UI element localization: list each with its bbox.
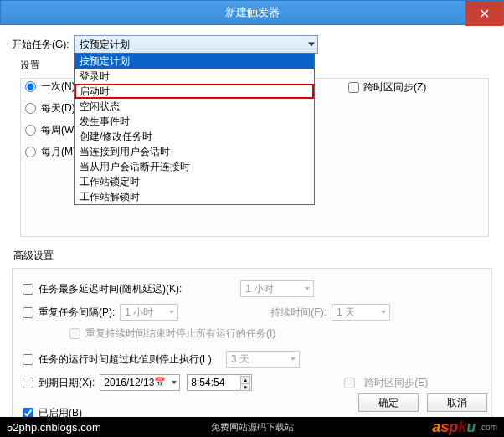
radio-weekly-label: 每周(W) — [41, 123, 77, 137]
dropdown-item[interactable]: 工作站锁定时 — [75, 174, 314, 189]
ok-button[interactable]: 确定 — [358, 393, 419, 412]
chevron-down-icon — [172, 381, 177, 384]
dropdown-item[interactable]: 启动时 — [75, 84, 314, 99]
radio-daily-input[interactable] — [25, 103, 36, 114]
radio-once-label: 一次(N) — [41, 80, 75, 94]
stop-at-end-checkbox — [69, 328, 80, 339]
dropdown-item[interactable]: 工作站解锁时 — [75, 189, 314, 204]
dropdown-item[interactable]: 创建/修改任务时 — [75, 129, 314, 144]
spinner-icon[interactable]: ▲▼ — [240, 376, 250, 391]
expire-sync-label: 跨时区同步(E) — [364, 376, 428, 390]
dropdown-item[interactable]: 当从用户会话断开连接时 — [75, 159, 314, 174]
chevron-down-icon — [305, 287, 310, 290]
delay-label: 任务最多延迟时间(随机延迟)(K): — [39, 282, 182, 296]
radio-once-input[interactable] — [25, 81, 36, 92]
repeat-checkbox[interactable] — [23, 307, 33, 318]
dropdown-item[interactable]: 发生事件时 — [75, 114, 314, 129]
window-title: 新建触发器 — [225, 5, 280, 20]
chevron-down-icon — [308, 43, 315, 47]
dropdown-selected: 按预定计划 — [80, 38, 130, 52]
sync-tz-label: 跨时区同步(Z) — [363, 80, 426, 95]
expire-time-field[interactable]: 8:54:54▲▼ — [187, 374, 252, 391]
stop-end-label: 重复持续时间结束时停止所有运行的任务(I) — [85, 326, 275, 341]
radio-monthly-label: 每月(M) — [41, 145, 76, 159]
expire-label: 到期日期(X): — [39, 376, 95, 390]
close-icon: ✕ — [479, 6, 490, 22]
repeat-label: 重复任务间隔(P): — [39, 306, 115, 320]
dropdown-item[interactable]: 空闲状态 — [75, 99, 314, 114]
radio-weekly[interactable]: 每周(W) — [25, 119, 77, 141]
start-task-label: 开始任务(G): — [12, 38, 74, 52]
footer-center-text: 免费网站源码下载站 — [211, 421, 294, 434]
expire-date-field[interactable]: 2016/12/13📅 — [100, 374, 180, 391]
expire-time-value: 8:54:54 — [191, 377, 224, 388]
stop-after-checkbox[interactable] — [23, 354, 33, 365]
duration-label: 持续时间(F): — [270, 306, 327, 320]
close-button[interactable]: ✕ — [465, 1, 503, 26]
radio-monthly-input[interactable] — [25, 147, 36, 157]
advanced-title: 高级设置 — [13, 249, 492, 263]
sync-tz-checkbox[interactable] — [348, 82, 359, 93]
radio-daily-label: 每天(D) — [41, 101, 75, 116]
watermark-footer: 52php.cnblogs.com 免费网站源码下载站 aspku.com — [0, 417, 504, 437]
expire-checkbox[interactable] — [23, 378, 33, 388]
footer-logo: aspku.com — [432, 419, 497, 436]
dropdown-item[interactable]: 当连接到用户会话时 — [75, 144, 314, 159]
radio-weekly-input[interactable] — [25, 125, 36, 136]
settings-label: 设置 — [12, 59, 40, 73]
delay-checkbox[interactable] — [23, 284, 33, 295]
chevron-down-icon — [381, 311, 386, 314]
expire-date-value: 2016/12/13 — [104, 377, 154, 388]
chevron-down-icon — [169, 311, 174, 314]
cancel-button[interactable]: 取消 — [427, 393, 487, 412]
repeat-value: 1 小时 — [125, 306, 153, 320]
radio-monthly[interactable]: 每月(M) — [25, 141, 77, 162]
stop-after-value: 3 天 — [231, 352, 249, 367]
chevron-down-icon — [291, 357, 296, 361]
start-task-dropdown[interactable]: 按预定计划 按预定计划 登录时 启动时 空闲状态 发生事件时 创建/修改任务时 … — [74, 35, 318, 54]
repeat-select[interactable]: 1 小时 — [120, 304, 178, 321]
calendar-icon: 📅 — [154, 377, 166, 388]
sync-timezone-check[interactable]: 跨时区同步(Z) — [348, 80, 426, 95]
stop-after-select[interactable]: 3 天 — [226, 351, 300, 368]
titlebar: 新建触发器 ✕ — [0, 0, 504, 25]
duration-select[interactable]: 1 天 — [332, 304, 390, 321]
delay-select[interactable]: 1 小时 — [240, 280, 314, 297]
stop-after-label: 任务的运行时间超过此值则停止执行(L): — [39, 352, 214, 367]
radio-once[interactable]: 一次(N) — [25, 75, 77, 97]
expire-sync-checkbox — [344, 378, 355, 388]
duration-value: 1 天 — [337, 306, 355, 320]
footer-left-text: 52php.cnblogs.com — [7, 421, 101, 434]
dropdown-list: 按预定计划 登录时 启动时 空闲状态 发生事件时 创建/修改任务时 当连接到用户… — [74, 53, 315, 205]
radio-daily[interactable]: 每天(D) — [25, 97, 77, 119]
dropdown-item[interactable]: 按预定计划 — [75, 54, 314, 69]
delay-value: 1 小时 — [245, 282, 274, 296]
dropdown-item[interactable]: 登录时 — [75, 69, 314, 84]
